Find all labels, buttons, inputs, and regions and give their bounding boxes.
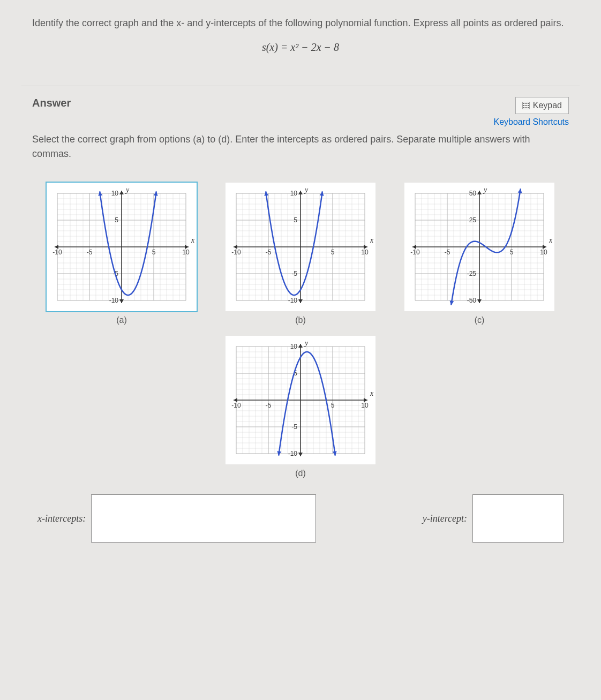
question-block: Identify the correct graph and the x- an… [21,11,580,70]
graph-d-svg: -10-5510-10-5510xy [226,336,375,464]
svg-text:x: x [370,236,374,244]
y-intercept-input[interactable] [472,494,564,543]
inputs-row: x-intercepts: y-intercept: [32,494,569,543]
svg-text:5: 5 [331,402,335,409]
svg-text:-5: -5 [266,249,272,256]
svg-text:-10: -10 [231,402,241,409]
graph-c-label: (c) [404,315,554,325]
svg-marker-201 [477,299,482,303]
svg-text:5: 5 [152,249,156,256]
svg-rect-3 [528,103,529,104]
keyboard-shortcuts-link[interactable]: Keyboard Shortcuts [493,117,569,127]
svg-text:-50: -50 [467,297,477,304]
svg-text:-5: -5 [266,402,272,409]
answer-section: Answer Keypad Keyboard Shortcuts Select … [21,86,580,553]
svg-rect-4 [523,105,524,106]
svg-text:-10: -10 [288,297,298,304]
question-formula: s(x) = x² − 2x − 8 [32,41,569,54]
svg-text:10: 10 [290,343,298,350]
graph-c-svg: -10-5510-50-252550xy [404,183,554,311]
answer-title: Answer [32,97,71,109]
svg-marker-268 [298,344,303,348]
svg-text:-10: -10 [410,249,420,256]
svg-text:10: 10 [540,249,547,256]
svg-text:-5: -5 [87,249,93,256]
answer-instructions: Select the correct graph from options (a… [32,132,569,161]
graphs-row-bottom: -10-5510-10-5510xy (d) [32,336,569,478]
svg-text:-10: -10 [52,249,62,256]
svg-text:y: y [483,186,487,194]
y-intercept-group: y-intercept: [423,494,564,543]
keypad-label: Keypad [533,101,562,110]
svg-rect-2 [525,103,527,104]
svg-text:25: 25 [469,216,477,224]
svg-text:10: 10 [111,190,119,197]
x-intercepts-group: x-intercepts: [37,494,316,543]
svg-text:5: 5 [294,216,297,224]
graph-option-c[interactable]: -10-5510-50-252550xy (c) [404,183,554,325]
graph-b-svg: -10-5510-10-5510xy [226,183,375,311]
svg-marker-64 [119,191,124,194]
graph-b-label: (b) [226,315,375,325]
svg-text:5: 5 [331,249,335,256]
svg-text:-25: -25 [467,270,477,277]
graph-option-a[interactable]: -10-5510-10-5510xy (a) [47,183,197,325]
graph-option-b[interactable]: -10-5510-10-5510xy (b) [226,183,375,325]
svg-text:5: 5 [510,249,514,256]
svg-text:10: 10 [361,402,369,409]
svg-marker-132 [298,191,303,194]
x-intercepts-label: x-intercepts: [37,513,86,524]
graph-option-d[interactable]: -10-5510-10-5510xy (d) [226,336,375,478]
svg-text:y: y [304,339,309,347]
svg-text:10: 10 [182,249,190,256]
svg-rect-5 [525,105,527,106]
keypad-button[interactable]: Keypad [515,97,569,114]
svg-marker-65 [119,299,124,303]
graph-a-label: (a) [47,315,197,325]
svg-text:50: 50 [469,190,477,197]
svg-text:-10: -10 [288,450,298,457]
svg-text:x: x [370,389,374,397]
answer-header: Answer Keypad Keyboard Shortcuts [32,97,569,127]
keypad-icon [522,102,530,109]
graph-d-label: (d) [226,469,375,478]
svg-rect-9 [528,107,529,108]
svg-text:-5: -5 [445,249,450,256]
svg-rect-6 [528,105,529,106]
svg-text:x: x [191,236,195,244]
svg-text:5: 5 [115,216,118,224]
svg-text:y: y [125,186,130,194]
svg-text:x: x [549,236,553,244]
svg-text:-10: -10 [231,249,241,256]
graph-a-svg: -10-5510-10-5510xy [47,183,197,311]
svg-marker-133 [298,299,303,303]
x-intercepts-input[interactable] [91,494,316,543]
svg-rect-1 [523,103,524,104]
svg-text:10: 10 [361,249,369,256]
svg-text:y: y [304,186,309,194]
keypad-area: Keypad Keyboard Shortcuts [493,97,569,127]
question-text: Identify the correct graph and the x- an… [32,16,569,31]
y-intercept-label: y-intercept: [423,513,467,524]
svg-text:-5: -5 [291,423,297,431]
graphs-row-top: -10-5510-10-5510xy (a) -10-5510-10-5510x… [32,183,569,325]
svg-marker-269 [298,453,303,456]
svg-marker-200 [477,191,482,194]
svg-text:-5: -5 [291,270,297,277]
svg-rect-7 [523,107,524,108]
svg-text:10: 10 [290,190,298,197]
svg-rect-8 [525,107,527,108]
svg-text:-10: -10 [109,297,119,304]
